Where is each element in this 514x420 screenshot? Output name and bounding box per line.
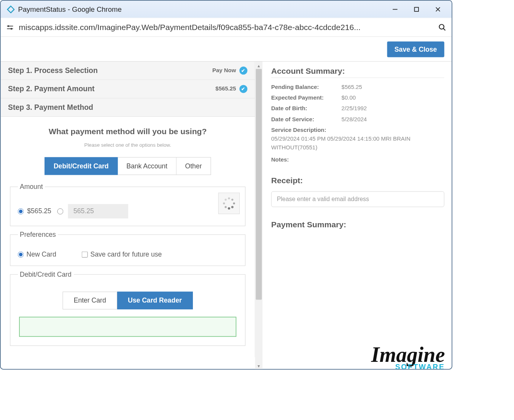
tab-use-card-reader[interactable]: Use Card Reader xyxy=(117,292,193,309)
payment-method-question: What payment method will you be using? xyxy=(10,127,245,136)
scroll-thumb[interactable] xyxy=(256,69,262,300)
check-icon: ✔ xyxy=(239,67,247,74)
amount-legend: Amount xyxy=(18,183,45,190)
action-bar: Save & Close xyxy=(1,37,452,61)
save-card-label: Save card for future use xyxy=(91,250,162,258)
new-card-label: New Card xyxy=(27,250,56,258)
tab-debit-credit[interactable]: Debit/Credit Card xyxy=(45,157,118,175)
row-expected-payment: Expected Payment: $0.00 xyxy=(271,95,444,101)
url-text[interactable]: miscapps.idssite.com/ImaginePay.Web/Paym… xyxy=(19,22,433,32)
amount-custom-input[interactable] xyxy=(68,204,128,219)
card-legend: Debit/Credit Card xyxy=(18,271,74,278)
site-settings-icon[interactable] xyxy=(5,22,15,32)
app-icon xyxy=(7,5,15,13)
minimize-button[interactable] xyxy=(390,4,400,14)
svg-rect-3 xyxy=(414,7,419,11)
receipt-heading: Receipt: xyxy=(271,176,444,185)
svg-point-10 xyxy=(439,24,444,29)
svg-point-13 xyxy=(231,199,233,201)
address-bar: miscapps.idssite.com/ImaginePay.Web/Paym… xyxy=(1,18,452,37)
loading-spinner xyxy=(218,193,240,214)
logo-text-main: Imagine xyxy=(371,346,445,365)
step-1-title: Step 1. Process Selection xyxy=(8,66,98,75)
card-entry-tabs: Enter Card Use Card Reader xyxy=(18,292,238,309)
expected-payment-label: Expected Payment: xyxy=(271,95,342,101)
pending-balance-label: Pending Balance: xyxy=(271,84,342,91)
step-2-title: Step 2. Payment Amount xyxy=(8,85,94,94)
tab-enter-card[interactable]: Enter Card xyxy=(63,292,117,309)
check-icon: ✔ xyxy=(239,85,247,93)
save-card-option[interactable]: Save card for future use xyxy=(82,250,162,258)
preferences-fieldset: Preferences New Card Save card for futur… xyxy=(10,231,245,266)
left-panel-scrollbar[interactable]: ▴ ▾ xyxy=(255,61,263,369)
amount-preset-radio[interactable] xyxy=(18,208,24,214)
card-reader-panel xyxy=(19,317,236,337)
amount-preset-option[interactable]: $565.25 xyxy=(18,208,51,215)
svg-point-12 xyxy=(228,197,230,199)
tab-bank-account[interactable]: Bank Account xyxy=(118,157,176,175)
maximize-button[interactable] xyxy=(412,4,422,14)
expected-payment-value: $0.00 xyxy=(342,95,356,101)
new-card-radio[interactable] xyxy=(18,251,24,257)
service-description-label: Service Description: xyxy=(271,127,444,134)
tab-other[interactable]: Other xyxy=(177,157,211,175)
payment-method-subtext: Please select one of the options below. xyxy=(10,142,245,148)
payment-summary-heading: Payment Summary: xyxy=(271,220,444,229)
payment-method-tabs: Debit/Credit Card Bank Account Other xyxy=(10,157,245,175)
window-title: PaymentStatus - Google Chrome xyxy=(18,5,390,13)
row-dob: Date of Birth: 2/25/1992 xyxy=(271,105,444,112)
dos-label: Date of Service: xyxy=(271,116,342,123)
svg-point-14 xyxy=(233,202,235,204)
step-3-header[interactable]: Step 3. Payment Method xyxy=(1,98,255,117)
preferences-legend: Preferences xyxy=(18,231,58,238)
dob-label: Date of Birth: xyxy=(271,105,342,112)
scroll-up-icon[interactable]: ▴ xyxy=(258,63,260,68)
new-card-option[interactable]: New Card xyxy=(18,250,56,258)
account-summary-heading: Account Summary: xyxy=(271,66,444,78)
step-2-value: $565.25 xyxy=(215,86,236,92)
svg-point-18 xyxy=(223,202,225,204)
step-1-header[interactable]: Step 1. Process Selection Pay Now ✔ xyxy=(1,62,255,80)
scroll-down-icon[interactable]: ▾ xyxy=(258,363,260,369)
svg-point-15 xyxy=(231,206,234,208)
svg-line-11 xyxy=(443,28,445,30)
pending-balance-value: $565.25 xyxy=(342,84,362,91)
step-2-header[interactable]: Step 2. Payment Amount $565.25 ✔ xyxy=(1,80,255,98)
row-pending-balance: Pending Balance: $565.25 xyxy=(271,84,444,91)
amount-fieldset: Amount xyxy=(10,183,245,226)
amount-preset-label: $565.25 xyxy=(27,208,51,215)
zoom-icon[interactable] xyxy=(438,22,447,32)
receipt-email-input[interactable] xyxy=(271,191,444,207)
dos-value: 5/28/2024 xyxy=(342,116,367,123)
notes-label: Notes: xyxy=(271,157,444,163)
svg-point-17 xyxy=(224,206,226,208)
step-1-value: Pay Now xyxy=(212,67,236,74)
amount-custom-radio[interactable] xyxy=(57,208,64,214)
row-dos: Date of Service: 5/28/2024 xyxy=(271,116,444,123)
brand-logo: Imagine SOFTWARE xyxy=(371,346,445,370)
amount-custom-option[interactable] xyxy=(57,204,129,219)
close-button[interactable] xyxy=(433,4,443,14)
service-description-value: 05/29/2024 01:45 PM 05/29/2024 14:15:00 … xyxy=(271,135,444,152)
dob-value: 2/25/1992 xyxy=(342,105,367,112)
step-3-body: What payment method will you be using? P… xyxy=(1,117,255,357)
step-3-title: Step 3. Payment Method xyxy=(8,103,93,112)
card-fieldset: Debit/Credit Card Enter Card Use Card Re… xyxy=(10,271,245,346)
summary-panel: Account Summary: Pending Balance: $565.2… xyxy=(263,61,452,369)
save-close-button[interactable]: Save & Close xyxy=(387,41,444,57)
wizard-panel: Step 1. Process Selection Pay Now ✔ Step… xyxy=(1,61,255,369)
svg-marker-0 xyxy=(7,6,14,13)
svg-point-16 xyxy=(228,207,230,209)
window-titlebar: PaymentStatus - Google Chrome xyxy=(1,1,452,18)
save-card-checkbox[interactable] xyxy=(82,251,88,257)
svg-point-19 xyxy=(224,199,226,201)
